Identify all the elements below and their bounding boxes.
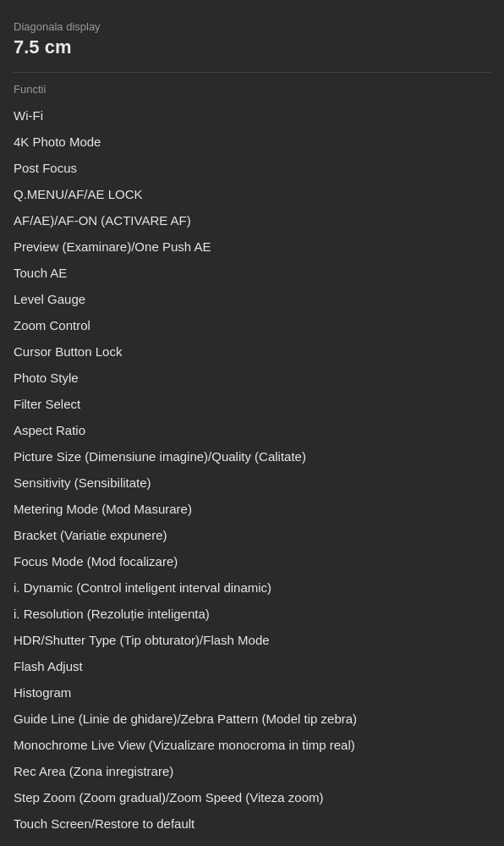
list-item: Touch AE — [14, 260, 490, 286]
section-divider — [14, 72, 490, 73]
list-item: 4K Photo Mode — [14, 129, 490, 155]
list-item: Photo Style — [14, 365, 490, 391]
list-item: Filter Select — [14, 391, 490, 417]
list-item: Aspect Ratio — [14, 417, 490, 443]
list-item: Zoom Control — [14, 312, 490, 338]
list-item: Wi-Fi — [14, 102, 490, 129]
list-item: Guide Line (Linie de ghidare)/Zebra Patt… — [14, 706, 490, 732]
list-item: Touch Screen/Restore to default — [14, 810, 490, 837]
functii-label: Functii — [14, 83, 490, 96]
list-item: Metering Mode (Mod Masurare) — [14, 496, 490, 522]
list-item: Step Zoom (Zoom gradual)/Zoom Speed (Vit… — [14, 784, 490, 810]
list-item: Cursor Button Lock — [14, 338, 490, 365]
list-item: Histogram — [14, 679, 490, 706]
list-item: Rec Area (Zona inregistrare) — [14, 758, 490, 784]
list-item: Preview (Examinare)/One Push AE — [14, 233, 490, 260]
diagonal-value: 7.5 cm — [14, 36, 490, 58]
list-item: Sensitivity (Sensibilitate) — [14, 470, 490, 496]
list-item: Picture Size (Dimensiune imagine)/Qualit… — [14, 443, 490, 470]
list-item: Focus Mode (Mod focalizare) — [14, 548, 490, 574]
list-item: i. Dynamic (Control inteligent interval … — [14, 574, 490, 601]
diagonal-label: Diagonala display — [14, 20, 490, 33]
list-item: Bracket (Variatie expunere) — [14, 522, 490, 548]
list-item: Monochrome Live View (Vizualizare monocr… — [14, 732, 490, 758]
list-item: Post Focus — [14, 155, 490, 181]
list-item: i. Resolution (Rezoluție inteligenta) — [14, 601, 490, 627]
list-item: Flash Adjust — [14, 653, 490, 679]
list-item: AF/AE)/AF-ON (ACTIVARE AF) — [14, 207, 490, 233]
list-item: Q.MENU/AF/AE LOCK — [14, 181, 490, 207]
functii-list: Wi-Fi4K Photo ModePost FocusQ.MENU/AF/AE… — [14, 102, 490, 837]
list-item: HDR/Shutter Type (Tip obturator)/Flash M… — [14, 627, 490, 653]
list-item: Level Gauge — [14, 286, 490, 312]
page-container: Diagonala display 7.5 cm Functii Wi-Fi4K… — [14, 20, 490, 837]
